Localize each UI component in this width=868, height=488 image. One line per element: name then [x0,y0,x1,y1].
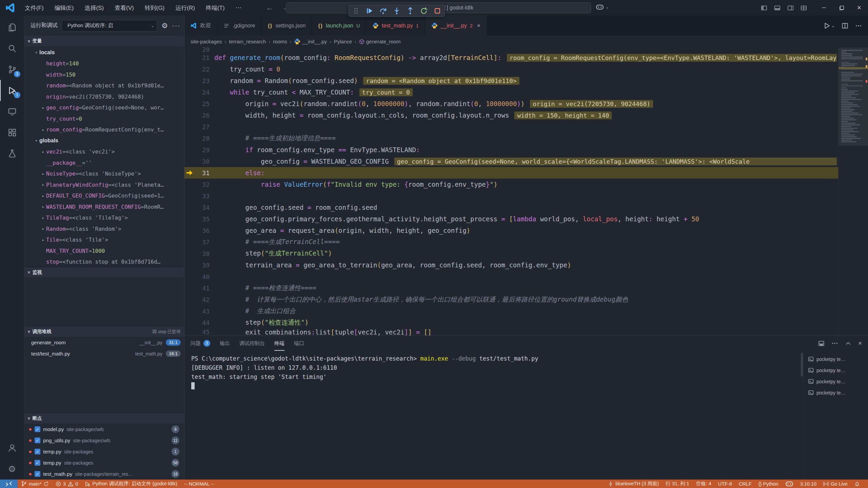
variable-row[interactable]: MAX_TRY_COUNT = 1000 [24,245,184,257]
close-panel-icon[interactable]: × [858,340,862,347]
more-actions-button[interactable] [855,22,862,29]
copilot-menu-button[interactable]: ⌄ [596,3,609,11]
panel-more-actions-icon[interactable] [831,340,838,347]
variable-row[interactable]: height = 140 [24,58,184,69]
breakpoint-checkbox[interactable]: ✓ [35,449,40,454]
activity-testing[interactable] [0,143,24,164]
more-actions-icon[interactable]: ··· [172,22,181,29]
variable-row[interactable]: width = 150 [24,69,184,80]
terminal-output[interactable]: PS C:\computer_science\godot-ldtk\site-p… [184,351,800,480]
code-line-43[interactable]: 43 # 生成出口组合 [184,305,838,317]
step-over-button[interactable] [379,6,388,15]
panel-tab-输出[interactable]: 输出 [220,336,230,351]
code-line-42[interactable]: 42 # 计算每一个出口的中心，然后使用astar生成路径，确保每一个出口组合都… [184,294,838,305]
code-line-38[interactable]: 38 step("生成TerrainCell") [184,248,838,259]
code-editor[interactable]: 2021def generate_room(room_config: RoomR… [184,47,868,336]
activity-source-control[interactable]: 3 [0,59,24,80]
terminal-instance[interactable]: pocketpy te… [804,387,868,398]
gutter[interactable]: 32 [184,179,214,190]
menu-4[interactable]: 查看(V) [110,2,138,14]
activity-run-and-debug[interactable]: 1 [0,80,24,101]
step-out-button[interactable] [406,6,415,15]
gutter[interactable]: 31 [184,167,214,179]
customize-layout-icon[interactable] [801,5,807,11]
gutter[interactable]: 21 [184,52,214,63]
toggle-panel-icon[interactable] [774,5,781,11]
gutter[interactable]: 34 [184,202,214,213]
breadcrumb-item[interactable]: generate_room [359,39,401,44]
code-line-31[interactable]: 31 else: [184,167,838,179]
tab-close-icon[interactable]: × [477,22,480,29]
tab-settings.json[interactable]: {}settings.json [262,16,312,36]
status-python-version[interactable]: 3.10.10 [797,480,820,488]
variable-row[interactable]: __package__ = '' [24,157,184,168]
step-into-button[interactable] [392,6,401,15]
status-last-commit-author[interactable]: blueloveTH (3 周前) [605,480,662,488]
breadcrumb-item[interactable]: rooms [273,39,287,44]
code-line-27[interactable]: 27 [184,121,838,133]
tab-__init__.py[interactable]: __init__.py2× [425,16,487,36]
code-line-25[interactable]: 25 origin = vec2i(random.randint(0, 1000… [184,98,838,109]
menu-7[interactable]: 终端(T) [201,2,229,14]
watch-section-header[interactable]: ▾ 监视 [24,267,184,278]
status-indentation[interactable]: 空格: 4 [693,480,715,488]
gutter[interactable]: 41 [184,282,214,294]
tab-欢迎[interactable]: 欢迎 [184,16,217,36]
gutter[interactable]: 28 [184,133,214,144]
gutter[interactable]: 22 [184,63,214,75]
gutter[interactable]: 40 [184,271,214,282]
breakpoint-row[interactable]: ●✓png_utils.pysite-packages\wfc11 [24,435,184,446]
code-line-40[interactable]: 40 [184,271,838,282]
code-line-41[interactable]: 41 # ====检查连通性==== [184,282,838,294]
breakpoints-section-header[interactable]: ▾ 断点 [24,413,184,424]
breadcrumb-item[interactable]: terrain_research [229,39,266,44]
status-copilot-status[interactable] [782,480,797,488]
terminal-instance[interactable]: pocketpy te… [804,365,868,376]
gutter[interactable]: 23 [184,75,214,86]
call-stack-frame[interactable]: generate_room__init__.py31:1 [24,337,184,348]
gutter[interactable]: 42 [184,294,214,305]
panel-tab-问题[interactable]: 问题3 [191,336,210,351]
code-line-22[interactable]: 22 try_count = 0 [184,63,838,75]
run-python-file-button[interactable] [823,22,831,29]
scope-globals[interactable]: ▾globals [24,135,184,146]
status-notifications-bell[interactable] [851,480,863,488]
code-line-39[interactable]: 39 terrain_area = geo_area_to_terrain(ge… [184,259,838,271]
activity-explorer[interactable] [0,17,24,38]
minimize-button[interactable]: ─ [815,0,833,16]
breakpoint-checkbox[interactable]: ✓ [35,471,40,477]
code-line-29[interactable]: 29 if room_config.env_type == EnvType.WA… [184,144,838,156]
gutter[interactable]: 26 [184,109,214,121]
breakpoint-row[interactable]: ●✓test_math.pysite-packages\terrain_res…… [24,468,184,480]
variable-row[interactable]: origin = vec2i(7205730, 9024468) [24,91,184,102]
debug-settings-gear-icon[interactable]: ⚙ [161,22,168,30]
code-line-36[interactable]: 36 geo_area = request_area(origin, width… [184,225,838,236]
restart-button[interactable] [419,6,428,15]
activity-manage[interactable]: ⚙ [0,459,24,480]
variable-row[interactable]: ▸room_config = RoomRequestConfig(env_t… [24,124,184,136]
code-line-21[interactable]: 21def generate_room(room_config: RoomReq… [184,52,838,63]
variable-row[interactable]: ▸NoiseType = <class 'NoiseType'> [24,168,184,180]
gutter[interactable]: 43 [184,305,214,317]
tab-launch.json[interactable]: {}launch.jsonU [312,16,366,36]
code-line-30[interactable]: 30 geo_config = WASTELAND_GEO_CONFIGgeo_… [184,156,838,167]
variable-row[interactable]: ▸DEFAULT_GEO_CONFIG = GeoConfig(seed=1… [24,190,184,202]
menu-5[interactable]: 转到(G) [140,2,169,14]
breakpoint-checkbox[interactable]: ✓ [35,438,40,443]
activity-accounts[interactable] [0,438,24,459]
terminal-instance[interactable]: pocketpy te… [804,353,868,365]
gutter[interactable]: 44 [184,317,214,328]
variables-section-header[interactable]: ▾ 变量 [24,36,184,46]
activity-extensions[interactable] [0,122,24,143]
toggle-sidebar-icon[interactable] [761,5,767,11]
variable-row[interactable]: ▸WASTELAND_ROOM_REQUEST_CONFIG = RoomR… [24,201,184,212]
code-line-45[interactable]: 45 exit_combinations:list[tuple[vec2i, v… [184,328,838,336]
call-stack-frame[interactable]: test/test_math.pytest_math.py16:1 [24,348,184,359]
gutter[interactable]: 24 [184,86,214,98]
breakpoint-row[interactable]: ●✓model.pysite-packages\wfc6 [24,424,184,435]
code-line-44[interactable]: 44 step("检查连通性") [184,317,838,328]
gutter[interactable]: 29 [184,144,214,156]
status-encoding[interactable]: UTF-8 [715,480,735,488]
variable-row[interactable]: ▸geo_config = GeoConfig(seed=None, wor… [24,102,184,114]
status-language-mode[interactable]: {} Python [755,480,782,488]
